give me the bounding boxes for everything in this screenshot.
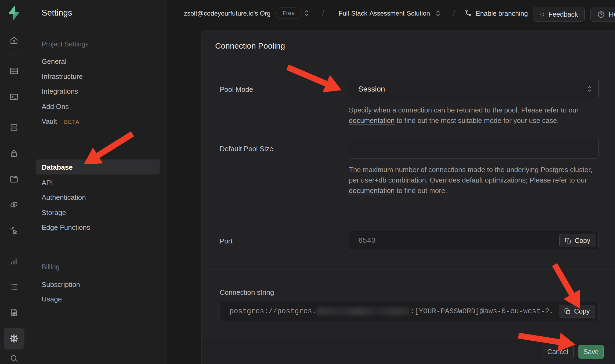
sidebar-item-api[interactable]: API bbox=[42, 179, 53, 187]
panel-divider bbox=[202, 213, 615, 213]
project-chevron-updown-icon[interactable] bbox=[435, 9, 442, 17]
pool-mode-select[interactable]: Session bbox=[349, 79, 599, 99]
top-bar: zsolt@codeyourfuture.io's Org Free / Ful… bbox=[167, 0, 615, 26]
home-icon[interactable] bbox=[9, 36, 19, 45]
sidebar-item-add-ons[interactable]: Add Ons bbox=[42, 103, 69, 111]
pool-mode-value: Session bbox=[358, 85, 385, 93]
sidebar-item-storage[interactable]: Storage bbox=[42, 209, 66, 217]
sidebar-divider bbox=[28, 247, 166, 247]
speech-bubble-icon bbox=[540, 10, 545, 19]
panel-title: Connection Pooling bbox=[215, 41, 285, 50]
logs-list-icon[interactable] bbox=[9, 282, 19, 292]
save-button[interactable]: Save bbox=[578, 345, 604, 359]
storage-folder-icon[interactable] bbox=[9, 174, 19, 184]
chevron-updown-icon bbox=[586, 85, 593, 93]
sidebar-item-vault[interactable]: VaultBETA bbox=[42, 117, 79, 126]
documentation-link[interactable]: documentation bbox=[349, 117, 395, 125]
breadcrumb-org[interactable]: zsolt@codeyourfuture.io's Org bbox=[184, 10, 270, 17]
sidebar-item-database-active[interactable]: Database bbox=[36, 159, 160, 174]
feedback-button[interactable]: Feedback bbox=[533, 7, 585, 22]
sidebar-top-divider bbox=[28, 26, 166, 26]
org-chevron-updown-icon[interactable] bbox=[303, 9, 310, 17]
breadcrumb-separator: / bbox=[453, 9, 455, 17]
panel-footer: Cancel Save bbox=[202, 339, 615, 364]
rail-divider bbox=[6, 56, 22, 56]
default-pool-size-description: The maximum number of connections made t… bbox=[349, 165, 603, 196]
sidebar-item-infrastructure[interactable]: Infrastructure bbox=[42, 72, 83, 81]
copy-icon bbox=[565, 237, 571, 244]
icon-rail bbox=[0, 0, 28, 364]
pool-mode-description: Specify when a connection can be returne… bbox=[349, 105, 603, 126]
sidebar-header-billing: Billing bbox=[42, 263, 60, 271]
port-value: 6543 bbox=[358, 237, 376, 245]
port-input: 6543 Copy bbox=[349, 231, 599, 251]
redacted-project-ref bbox=[317, 307, 410, 315]
supabase-logo[interactable] bbox=[6, 5, 21, 20]
sidebar-item-edge-functions[interactable]: Edge Functions bbox=[42, 223, 90, 232]
enable-branching-button[interactable]: Enable branching bbox=[476, 10, 528, 17]
authentication-lock-icon[interactable] bbox=[9, 149, 19, 158]
connection-string-label: Connection string bbox=[220, 288, 274, 297]
panel-divider bbox=[202, 270, 615, 270]
port-copy-button[interactable]: Copy bbox=[559, 234, 595, 247]
breadcrumb-separator: / bbox=[322, 9, 324, 17]
connection-pooling-panel: Connection Pooling Pool Mode Session Spe… bbox=[201, 30, 615, 364]
cancel-button[interactable]: Cancel bbox=[542, 345, 574, 359]
sidebar-item-usage[interactable]: Usage bbox=[42, 295, 62, 303]
docs-file-icon[interactable] bbox=[9, 308, 19, 317]
sidebar-divider bbox=[28, 145, 166, 145]
reports-chart-icon[interactable] bbox=[9, 257, 19, 266]
port-label: Port bbox=[220, 237, 233, 245]
copy-icon bbox=[564, 308, 571, 315]
sidebar-item-general[interactable]: General bbox=[42, 57, 67, 66]
search-icon[interactable] bbox=[9, 354, 19, 363]
database-icon[interactable] bbox=[9, 123, 19, 132]
connection-string-copy-button[interactable]: Copy bbox=[559, 305, 595, 318]
help-button[interactable]: He bbox=[590, 7, 615, 22]
beta-badge: BETA bbox=[64, 119, 79, 125]
connection-string-value: postgres://postgres.:[YOUR-PASSWORD]@aws… bbox=[229, 307, 554, 315]
sidebar-header-project-settings: Project Settings bbox=[42, 40, 89, 48]
sidebar-item-authentication[interactable]: Authentication bbox=[42, 193, 86, 202]
plan-badge: Free bbox=[275, 8, 302, 19]
default-pool-size-label: Default Pool Size bbox=[220, 145, 273, 153]
breadcrumb-project[interactable]: Full-Stack-Assessment-Solution bbox=[339, 10, 430, 17]
sidebar-item-integrations[interactable]: Integrations bbox=[42, 87, 78, 96]
documentation-link[interactable]: documentation bbox=[349, 187, 395, 195]
sql-editor-icon[interactable] bbox=[9, 92, 19, 101]
branch-icon bbox=[464, 9, 472, 17]
sidebar-item-subscription[interactable]: Subscription bbox=[42, 281, 80, 289]
panel-divider bbox=[202, 61, 615, 61]
settings-gear-icon bbox=[9, 334, 19, 343]
rail-divider bbox=[6, 246, 22, 246]
connection-string-box: postgres://postgres.:[YOUR-PASSWORD]@aws… bbox=[219, 301, 599, 321]
settings-rail-active[interactable] bbox=[4, 328, 24, 350]
help-circle-icon bbox=[597, 10, 605, 19]
realtime-icon[interactable] bbox=[9, 200, 19, 209]
pool-mode-label: Pool Mode bbox=[220, 85, 253, 94]
default-pool-size-input[interactable] bbox=[349, 138, 599, 159]
table-editor-icon[interactable] bbox=[9, 66, 19, 75]
rail-divider bbox=[6, 112, 22, 112]
page-title: Settings bbox=[42, 8, 72, 18]
advisors-cursor-icon[interactable] bbox=[9, 226, 19, 235]
settings-sidebar: Settings Project Settings General Infras… bbox=[28, 0, 167, 364]
